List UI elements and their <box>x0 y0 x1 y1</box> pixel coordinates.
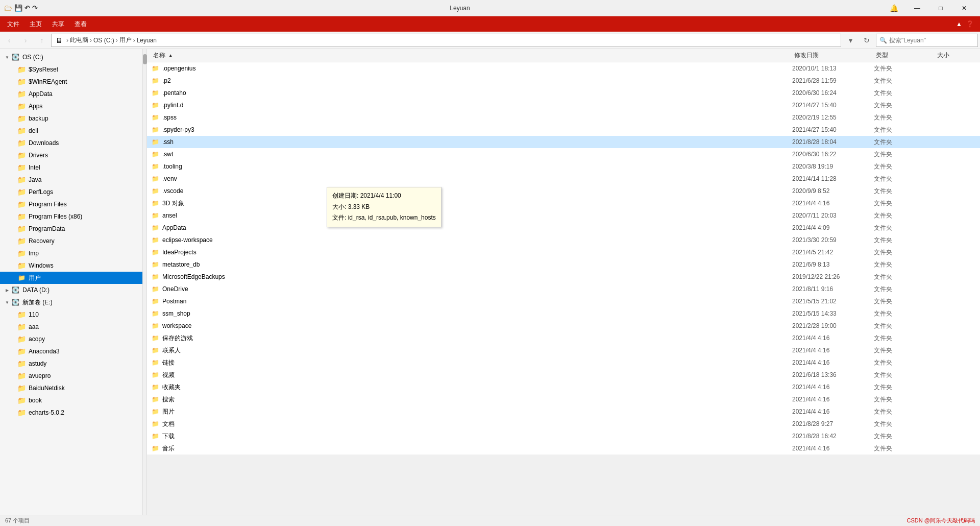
main-layout: ▼ 💽 OS (C:) 📁 $SysReset 📁 $WinREAgent 📁 … <box>0 49 980 515</box>
scrollbar-thumb[interactable] <box>143 54 147 64</box>
sidebar-item-book[interactable]: 📁 book <box>0 394 142 407</box>
save-icon[interactable]: 💾 <box>14 4 22 12</box>
maximize-button[interactable]: □ <box>929 0 952 16</box>
table-row[interactable]: 📁 metastore_db 2021/6/9 8:13 文件夹 <box>147 258 980 271</box>
sidebar-scrollbar[interactable] <box>143 49 147 515</box>
file-name: 收藏夹 <box>162 383 792 392</box>
sidebar-item-winreagent[interactable]: 📁 $WinREAgent <box>0 76 142 88</box>
file-name: .spyder-py3 <box>162 126 792 133</box>
table-row[interactable]: 📁 保存的游戏 2021/4/4 4:16 文件夹 <box>147 332 980 344</box>
path-computer[interactable]: 🖥 <box>56 36 63 44</box>
table-row[interactable]: 📁 ssm_shop 2021/5/15 14:33 文件夹 <box>147 307 980 320</box>
table-row[interactable]: 📁 文档 2021/8/28 9:27 文件夹 <box>147 418 980 430</box>
path-this-pc[interactable]: 此电脑 <box>70 36 88 44</box>
sidebar-item-recovery[interactable]: 📁 Recovery <box>0 235 142 247</box>
table-row[interactable]: 📁 MicrosoftEdgeBackups 2019/12/22 21:26 … <box>147 271 980 283</box>
help-icon[interactable]: ❓ <box>966 20 974 28</box>
file-name: 联系人 <box>162 346 792 355</box>
sidebar-item-windows[interactable]: 📁 Windows <box>0 259 142 272</box>
forward-button[interactable]: › <box>18 33 33 47</box>
col-header-name[interactable]: 名称 ▲ <box>151 51 792 60</box>
menu-home[interactable]: 主页 <box>24 18 47 31</box>
back-button[interactable]: ‹ <box>2 33 16 47</box>
sidebar-item-appdata[interactable]: 📁 AppData <box>0 88 142 100</box>
sidebar-item-os-c[interactable]: ▼ 💽 OS (C:) <box>0 51 142 63</box>
sidebar-item-programdata[interactable]: 📁 ProgramData <box>0 223 142 235</box>
minimize-button[interactable]: — <box>905 0 929 16</box>
table-row[interactable]: 📁 收藏夹 2021/4/4 4:16 文件夹 <box>147 381 980 393</box>
sidebar-item-drivers[interactable]: 📁 Drivers <box>0 149 142 161</box>
sidebar-item-perflogs[interactable]: 📁 PerfLogs <box>0 186 142 198</box>
table-row[interactable]: 📁 .pentaho 2020/6/30 16:24 文件夹 <box>147 87 980 99</box>
table-row[interactable]: 📁 OneDrive 2021/8/11 9:16 文件夹 <box>147 283 980 295</box>
table-row[interactable]: 📁 ansel 2020/7/11 20:03 文件夹 <box>147 209 980 222</box>
sidebar-item-echarts[interactable]: 📁 echarts-5.0.2 <box>0 407 142 419</box>
table-row[interactable]: 📁 IdeaProjects 2021/4/5 21:42 文件夹 <box>147 246 980 258</box>
menu-view[interactable]: 查看 <box>69 18 92 31</box>
table-row[interactable]: 📁 .p2 2021/6/28 11:59 文件夹 <box>147 75 980 87</box>
sidebar-item-sysreset[interactable]: 📁 $SysReset <box>0 63 142 76</box>
table-row[interactable]: 📁 音乐 2021/4/4 4:16 文件夹 <box>147 442 980 455</box>
table-row[interactable]: 📁 .swt 2020/6/30 16:22 文件夹 <box>147 148 980 160</box>
table-row[interactable]: 📁 .spyder-py3 2021/4/27 15:40 文件夹 <box>147 124 980 136</box>
file-type: 文件夹 <box>874 395 935 404</box>
table-row[interactable]: 📁 Postman 2021/5/15 21:02 文件夹 <box>147 295 980 307</box>
sidebar-item-backup[interactable]: 📁 backup <box>0 112 142 125</box>
sidebar-item-aaa[interactable]: 📁 aaa <box>0 321 142 333</box>
sidebar-item-java[interactable]: 📁 Java <box>0 174 142 186</box>
table-row[interactable]: 📁 .vscode 2020/9/9 8:52 文件夹 <box>147 185 980 197</box>
table-row[interactable]: 📁 视频 2021/6/18 13:36 文件夹 <box>147 369 980 381</box>
table-row[interactable]: 📁 .tooling 2020/3/8 19:19 文件夹 <box>147 160 980 173</box>
notifications-icon[interactable]: 🔔 <box>882 0 905 16</box>
sidebar-item-intel[interactable]: 📁 Intel <box>0 161 142 174</box>
table-row[interactable]: 📁 .opengenius 2020/10/1 18:13 文件夹 <box>147 62 980 75</box>
table-row[interactable]: 📁 3D 对象 2021/4/4 4:16 文件夹 <box>147 197 980 209</box>
table-row[interactable]: 📁 .ssh 2021/8/28 18:04 文件夹 <box>147 136 980 148</box>
close-button[interactable]: ✕ <box>952 0 976 16</box>
table-row[interactable]: 📁 链接 2021/4/4 4:16 文件夹 <box>147 356 980 369</box>
folder-icon: 📁 <box>151 273 159 281</box>
table-row[interactable]: 📁 .venv 2021/4/14 11:28 文件夹 <box>147 173 980 185</box>
sidebar-item-astudy[interactable]: 📁 astudy <box>0 357 142 370</box>
sidebar-item-apps[interactable]: 📁 Apps <box>0 100 142 112</box>
sidebar-item-acopy[interactable]: 📁 acopy <box>0 333 142 345</box>
table-row[interactable]: 📁 .spss 2020/2/19 12:55 文件夹 <box>147 111 980 124</box>
sidebar-item-programfilesx86[interactable]: 📁 Program Files (x86) <box>0 210 142 223</box>
table-row[interactable]: 📁 .pylint.d 2021/4/27 15:40 文件夹 <box>147 99 980 111</box>
menu-share[interactable]: 共享 <box>47 18 69 31</box>
address-path[interactable]: 🖥 › 此电脑 › OS (C:) › 用户 › Leyuan <box>51 34 841 47</box>
table-row[interactable]: 📁 图片 2021/4/4 4:16 文件夹 <box>147 405 980 418</box>
dropdown-path-button[interactable]: ▾ <box>843 33 857 47</box>
sidebar-item-xinjuan-e[interactable]: ▼ 💽 新加卷 (E:) <box>0 296 142 308</box>
table-row[interactable]: 📁 eclipse-workspace 2021/3/30 20:59 文件夹 <box>147 234 980 246</box>
search-input[interactable] <box>889 37 974 44</box>
table-row[interactable]: 📁 workspace 2021/2/28 19:00 文件夹 <box>147 320 980 332</box>
sidebar-item-users[interactable]: 📁 用户 <box>0 272 142 284</box>
sidebar-item-anaconda3[interactable]: 📁 Anaconda3 <box>0 345 142 357</box>
table-row[interactable]: 📁 下载 2021/8/28 16:42 文件夹 <box>147 430 980 442</box>
redo-icon[interactable]: ↷ <box>32 4 38 12</box>
undo-icon[interactable]: ↶ <box>24 4 30 12</box>
path-os-c[interactable]: OS (C:) <box>93 37 114 44</box>
table-row[interactable]: 📁 搜索 2021/4/4 4:16 文件夹 <box>147 393 980 405</box>
sidebar-item-tmp[interactable]: 📁 tmp <box>0 247 142 259</box>
path-users[interactable]: 用户 <box>119 36 132 44</box>
sidebar-item-baidunetdisk[interactable]: 📁 BaiduNetdisk <box>0 382 142 394</box>
col-header-type[interactable]: 类型 <box>874 51 935 60</box>
table-row[interactable]: 📁 AppData 2021/4/4 4:09 文件夹 <box>147 222 980 234</box>
col-header-date[interactable]: 修改日期 <box>792 51 874 60</box>
table-row[interactable]: 📁 联系人 2021/4/4 4:16 文件夹 <box>147 344 980 356</box>
file-date: 2020/10/1 18:13 <box>792 65 874 72</box>
sidebar-item-downloads[interactable]: 📁 Downloads <box>0 137 142 149</box>
refresh-button[interactable]: ↻ <box>860 33 874 47</box>
sidebar-item-avuepro[interactable]: 📁 avuepro <box>0 370 142 382</box>
sidebar-item-programfiles[interactable]: 📁 Program Files <box>0 198 142 210</box>
expand-ribbon-icon[interactable]: ▲ <box>956 20 962 28</box>
menu-file[interactable]: 文件 <box>2 18 24 31</box>
up-button[interactable]: ↑ <box>35 33 49 47</box>
sidebar-item-110[interactable]: 📁 110 <box>0 308 142 321</box>
sidebar-item-dell[interactable]: 📁 dell <box>0 125 142 137</box>
col-header-size[interactable]: 大小 <box>935 51 976 60</box>
sidebar-item-data-d[interactable]: ▶ 💽 DATA (D:) <box>0 284 142 296</box>
path-leyuan[interactable]: Leyuan <box>137 37 157 44</box>
